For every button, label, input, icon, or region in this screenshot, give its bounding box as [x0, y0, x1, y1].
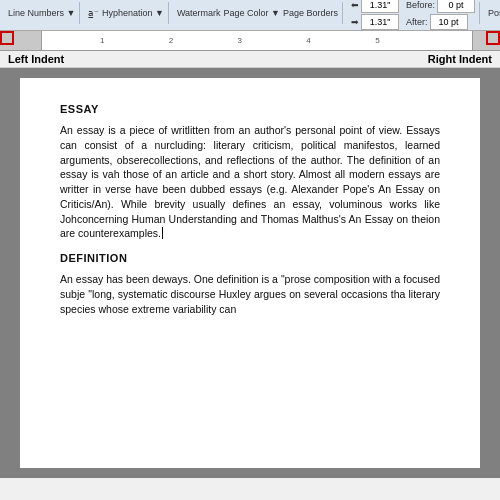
indent-labels-bar: Left Indent Right Indent — [0, 51, 500, 68]
ruler-white-area: 1 2 3 4 5 — [42, 31, 472, 50]
spacing-before-input[interactable] — [437, 0, 475, 13]
spacing-before-row: Before: — [406, 0, 475, 13]
indent-input-1[interactable] — [361, 0, 399, 13]
ruler-tick-5: 5 — [375, 36, 379, 45]
definition-body[interactable]: An essay has been deways. One definition… — [60, 272, 440, 316]
arrange-group: Position Wrap Text Bring Forward ▼ Backs… — [484, 2, 500, 24]
ruler-left-margin — [0, 31, 42, 50]
hyphenation-group: a̲⁻ Hyphenation ▼ — [84, 2, 168, 24]
spacing-after-row: After: — [406, 14, 475, 30]
left-indent-label: Left Indent — [8, 53, 64, 65]
line-numbers-btn[interactable]: Line Numbers ▼ — [8, 8, 75, 18]
after-label: After: — [406, 17, 428, 27]
watermark-btn[interactable]: Watermark — [177, 8, 221, 18]
page-setup-group: Line Numbers ▼ — [4, 2, 80, 24]
essay-text: An essay is a piece of writlitten from a… — [60, 124, 440, 239]
indent-controls: ⬅ ➡ — [351, 0, 399, 30]
spacing-after-input[interactable] — [430, 14, 468, 30]
left-indent-marker[interactable] — [0, 31, 14, 45]
indent-row1: ⬅ — [351, 0, 399, 13]
right-indent-marker[interactable] — [486, 31, 500, 45]
ribbon: Line Numbers ▼ a̲⁻ Hyphenation ▼ Waterma… — [0, 0, 500, 31]
definition-title: DEFINITION — [60, 251, 440, 266]
indent-row2: ➡ — [351, 14, 399, 30]
document-area: ESSAY An essay is a piece of writlitten … — [0, 68, 500, 478]
paragraph-group: ⬅ ➡ Before: After: — [347, 2, 480, 24]
ruler-tick-4: 4 — [306, 36, 310, 45]
ruler-tick-3: 3 — [238, 36, 242, 45]
hyphenation-btn[interactable]: a̲⁻ Hyphenation ▼ — [88, 8, 163, 18]
page-borders-btn[interactable]: Page Borders — [283, 8, 338, 18]
indent-input-2[interactable] — [361, 14, 399, 30]
essay-title: ESSAY — [60, 102, 440, 117]
page[interactable]: ESSAY An essay is a piece of writlitten … — [20, 78, 480, 468]
essay-body[interactable]: An essay is a piece of writlitten from a… — [60, 123, 440, 241]
page-color-btn[interactable]: Page Color ▼ — [224, 8, 280, 18]
position-btn[interactable]: Position — [488, 8, 500, 18]
indent-label-1: ⬅ — [351, 0, 359, 10]
right-indent-label: Right Indent — [428, 53, 492, 65]
indent-label-2: ➡ — [351, 17, 359, 27]
before-label: Before: — [406, 0, 435, 10]
ruler: 1 2 3 4 5 — [0, 31, 500, 51]
page-background-group: Watermark Page Color ▼ Page Borders — [173, 2, 343, 24]
spacing-controls: Before: After: — [406, 0, 475, 30]
definition-text: An essay has been deways. One definition… — [60, 273, 440, 314]
ruler-tick-2: 2 — [169, 36, 173, 45]
ruler-right-margin — [472, 31, 500, 50]
text-cursor — [162, 227, 163, 239]
ribbon-row1: Line Numbers ▼ a̲⁻ Hyphenation ▼ Waterma… — [4, 2, 496, 24]
ruler-tick-1: 1 — [100, 36, 104, 45]
